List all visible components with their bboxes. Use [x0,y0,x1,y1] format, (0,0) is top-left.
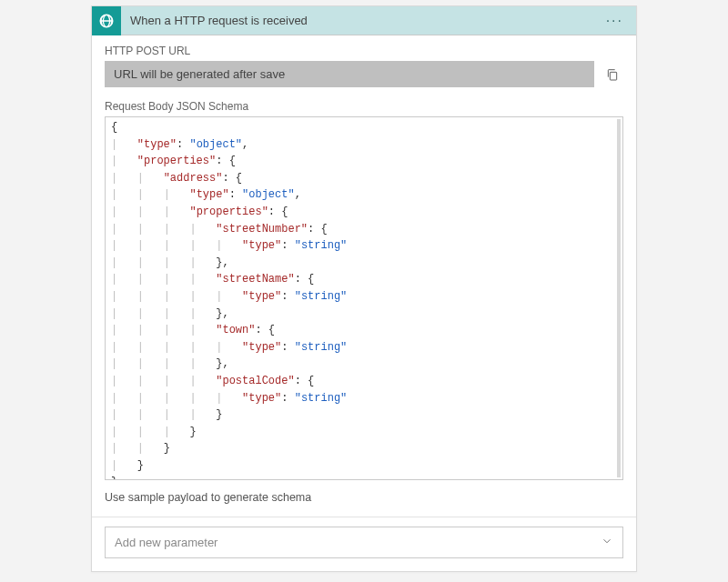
card-title: When a HTTP request is received [121,14,602,27]
card-header: When a HTTP request is received ··· [92,6,636,35]
more-menu-button[interactable]: ··· [602,13,627,29]
url-label: HTTP POST URL [105,45,623,57]
schema-editor[interactable]: { | "type": "object", | "properties": { … [105,116,623,480]
url-row: URL will be generated after save [105,61,623,87]
trigger-card: When a HTTP request is received ··· HTTP… [91,5,637,572]
url-readonly-field: URL will be generated after save [105,61,594,87]
globe-icon [92,6,121,35]
schema-label: Request Body JSON Schema [105,100,623,113]
chevron-down-icon [601,535,613,550]
copy-url-button[interactable] [602,61,623,87]
add-parameter-dropdown[interactable]: Add new parameter [105,527,623,558]
add-parameter-placeholder: Add new parameter [115,536,217,549]
use-sample-payload-link[interactable]: Use sample payload to generate schema [105,491,311,504]
copy-icon [605,67,620,82]
divider [92,517,636,517]
card-body: HTTP POST URL URL will be generated afte… [92,35,636,571]
svg-rect-0 [610,72,616,80]
